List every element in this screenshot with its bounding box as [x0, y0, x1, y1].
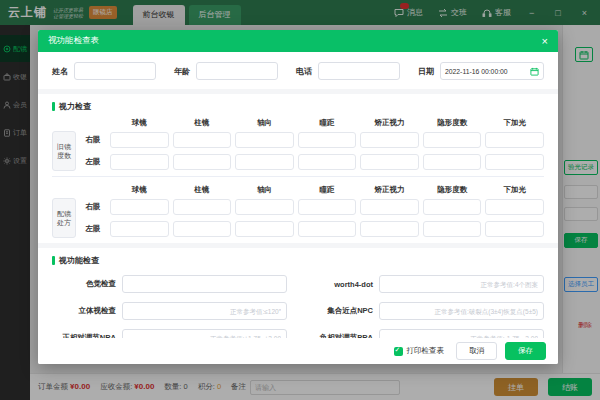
table-divider — [52, 176, 544, 177]
vision-input[interactable] — [173, 132, 232, 148]
worth4dot-label: worth4-dot — [309, 280, 373, 289]
vision-input[interactable] — [360, 199, 419, 215]
checkbox-checked-icon[interactable] — [394, 347, 403, 356]
color-vision-label: 色觉检查 — [52, 279, 116, 289]
vision-input[interactable] — [485, 221, 544, 237]
col-header: 矫正视力 — [360, 118, 419, 128]
phone-label: 电话 — [296, 66, 312, 77]
old-glasses-table: 球镜 柱镜 轴向 瞳距 矫正视力 隐形度数 下加光 旧镜 度数 右眼 左眼 — [38, 118, 558, 171]
col-header: 矫正视力 — [360, 185, 419, 195]
left-eye-label: 左眼 — [80, 224, 106, 234]
col-header: 球镜 — [110, 185, 169, 195]
vision-input[interactable] — [298, 132, 357, 148]
dialog-footer: 打印检查表 取消 保存 — [38, 338, 558, 364]
vision-input[interactable] — [110, 132, 169, 148]
name-input[interactable] — [74, 62, 156, 80]
vision-input[interactable] — [298, 221, 357, 237]
calendar-icon — [530, 67, 539, 76]
vision-input[interactable] — [173, 199, 232, 215]
vision-input[interactable] — [485, 199, 544, 215]
date-label: 日期 — [418, 66, 434, 77]
vision-input[interactable] — [110, 154, 169, 170]
age-input[interactable] — [196, 62, 278, 80]
close-icon[interactable]: × — [542, 36, 548, 47]
right-eye-label: 右眼 — [80, 135, 106, 145]
col-header: 轴向 — [235, 185, 294, 195]
function-fields: 色觉检查 worth4-dot 立体视检查 集合近点NPC 正相对调节NRA 负… — [38, 272, 558, 347]
col-header: 隐形度数 — [423, 185, 482, 195]
dialog-title: 视功能检查表 — [48, 35, 99, 47]
vision-input[interactable] — [110, 199, 169, 215]
age-label: 年龄 — [174, 66, 190, 77]
vision-input[interactable] — [423, 199, 482, 215]
col-header: 柱镜 — [173, 118, 232, 128]
left-eye-label: 左眼 — [80, 157, 106, 167]
visual-function-exam-dialog: 视功能检查表 × 姓名 年龄 电话 日期 2022-11-16 00:00:00 — [38, 30, 558, 364]
print-checkbox-wrap[interactable]: 打印检查表 — [394, 346, 445, 356]
date-value: 2022-11-16 00:00:00 — [445, 68, 528, 75]
col-header: 瞳距 — [298, 185, 357, 195]
vision-input[interactable] — [298, 199, 357, 215]
vision-input[interactable] — [485, 132, 544, 148]
col-header: 球镜 — [110, 118, 169, 128]
vision-input[interactable] — [423, 132, 482, 148]
vision-input[interactable] — [360, 221, 419, 237]
name-label: 姓名 — [52, 66, 68, 77]
vision-input[interactable] — [423, 221, 482, 237]
vision-input[interactable] — [235, 154, 294, 170]
dialog-body: 姓名 年龄 电话 日期 2022-11-16 00:00:00 — [38, 52, 558, 364]
vision-section-title: 视力检查 — [38, 94, 558, 118]
col-header: 下加光 — [485, 118, 544, 128]
npc-input[interactable] — [379, 302, 544, 320]
vision-input[interactable] — [360, 154, 419, 170]
col-header: 下加光 — [485, 185, 544, 195]
col-header: 瞳距 — [298, 118, 357, 128]
worth4dot-input[interactable] — [379, 275, 544, 293]
vision-input[interactable] — [360, 132, 419, 148]
vision-input[interactable] — [298, 154, 357, 170]
prescription-group-label: 配镜 处方 — [52, 198, 76, 238]
stereopsis-label: 立体视检查 — [52, 306, 116, 316]
col-header: 轴向 — [235, 118, 294, 128]
vision-input[interactable] — [235, 199, 294, 215]
vision-input[interactable] — [235, 221, 294, 237]
col-header: 柱镜 — [173, 185, 232, 195]
save-button[interactable]: 保存 — [505, 342, 546, 360]
col-header: 隐形度数 — [423, 118, 482, 128]
cancel-button[interactable]: 取消 — [456, 342, 497, 360]
vision-input[interactable] — [173, 221, 232, 237]
section-marker — [52, 102, 55, 111]
vision-input[interactable] — [423, 154, 482, 170]
npc-label: 集合近点NPC — [309, 306, 373, 316]
date-picker[interactable]: 2022-11-16 00:00:00 — [440, 62, 544, 80]
right-eye-label: 右眼 — [80, 202, 106, 212]
color-vision-input[interactable] — [122, 275, 287, 293]
print-checkbox-label: 打印检查表 — [407, 346, 445, 356]
function-section-title: 视功能检查 — [38, 248, 558, 272]
stereopsis-input[interactable] — [122, 302, 287, 320]
vision-input[interactable] — [173, 154, 232, 170]
vision-input[interactable] — [110, 221, 169, 237]
phone-input[interactable] — [318, 62, 400, 80]
section-marker — [52, 256, 55, 265]
vision-input[interactable] — [235, 132, 294, 148]
old-glasses-group-label: 旧镜 度数 — [52, 131, 76, 171]
vision-input[interactable] — [485, 154, 544, 170]
dialog-header: 视功能检查表 × — [38, 30, 558, 52]
prescription-table: 球镜 柱镜 轴向 瞳距 矫正视力 隐形度数 下加光 配镜 处方 右眼 左眼 — [38, 185, 558, 238]
